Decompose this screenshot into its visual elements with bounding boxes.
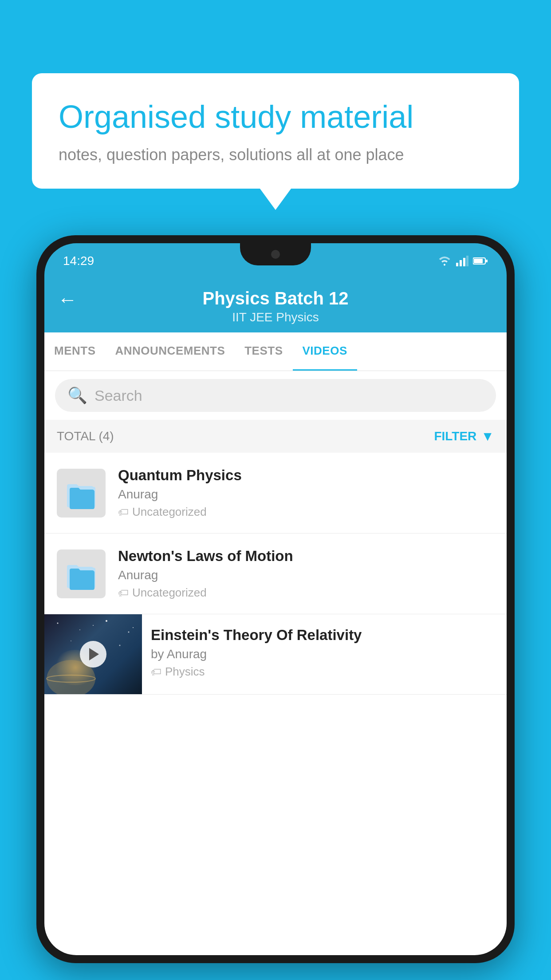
- header-subtitle: IIT JEE Physics: [232, 310, 319, 324]
- video-title: Einstein's Theory Of Relativity: [151, 627, 498, 644]
- video-author: Anurag: [118, 568, 494, 582]
- video-author: Anurag: [118, 487, 494, 502]
- signal-icon: [456, 256, 468, 266]
- tag-icon: 🏷: [118, 587, 129, 599]
- video-info: Quantum Physics Anurag 🏷 Uncategorized: [118, 467, 494, 519]
- play-button[interactable]: [80, 641, 106, 668]
- svg-rect-0: [456, 263, 458, 266]
- thumb-info: Einstein's Theory Of Relativity by Anura…: [142, 614, 507, 691]
- notch: [240, 243, 311, 265]
- tab-tests[interactable]: TESTS: [235, 332, 292, 371]
- tag-icon: 🏷: [118, 506, 129, 518]
- tag-label: Uncategorized: [132, 505, 207, 519]
- status-bar: 14:29: [44, 243, 507, 279]
- svg-point-11: [57, 623, 59, 624]
- folder-icon: [57, 549, 106, 598]
- filter-button[interactable]: FILTER ▼: [434, 429, 494, 444]
- video-title: Newton's Laws of Motion: [118, 548, 494, 565]
- search-bar: 🔍 Search: [44, 371, 507, 420]
- tag-icon: 🏷: [151, 666, 161, 678]
- hero-subtitle: notes, question papers, solutions all at…: [59, 146, 492, 164]
- list-item[interactable]: Einstein's Theory Of Relativity by Anura…: [44, 614, 507, 695]
- tabs-bar: MENTS ANNOUNCEMENTS TESTS VIDEOS: [44, 332, 507, 371]
- filter-funnel-icon: ▼: [481, 429, 494, 444]
- tab-videos[interactable]: VIDEOS: [293, 332, 357, 371]
- total-label: TOTAL (4): [57, 429, 114, 443]
- phone-outer: 14:29: [36, 235, 515, 963]
- wifi-icon: [437, 256, 452, 266]
- folder-svg: [63, 475, 99, 511]
- svg-point-17: [133, 627, 134, 628]
- phone-screen: ← Physics Batch 12 IIT JEE Physics MENTS…: [44, 279, 507, 955]
- svg-rect-2: [463, 258, 465, 266]
- video-list: Quantum Physics Anurag 🏷 Uncategorized: [44, 453, 507, 695]
- status-time: 14:29: [63, 254, 94, 268]
- search-placeholder: Search: [94, 387, 142, 404]
- tag-label: Uncategorized: [132, 586, 207, 600]
- svg-rect-1: [460, 260, 462, 266]
- tag-label: Physics: [165, 665, 205, 679]
- svg-rect-3: [466, 256, 468, 266]
- phone-wrapper: 14:29: [36, 235, 515, 980]
- filter-bar: TOTAL (4) FILTER ▼: [44, 420, 507, 453]
- back-button[interactable]: ←: [58, 288, 77, 311]
- app-header: ← Physics Batch 12 IIT JEE Physics: [44, 279, 507, 332]
- video-author: by Anurag: [151, 647, 498, 661]
- svg-point-14: [128, 632, 130, 633]
- video-tag: 🏷 Uncategorized: [118, 586, 494, 600]
- hero-title: Organised study material: [59, 98, 492, 136]
- video-info: Newton's Laws of Motion Anurag 🏷 Uncateg…: [118, 548, 494, 600]
- video-tag: 🏷 Uncategorized: [118, 505, 494, 519]
- svg-point-18: [93, 625, 94, 626]
- header-title: Physics Batch 12: [202, 288, 348, 308]
- status-icons: [437, 256, 488, 266]
- video-title: Quantum Physics: [118, 467, 494, 484]
- list-item[interactable]: Newton's Laws of Motion Anurag 🏷 Uncateg…: [44, 533, 507, 614]
- svg-rect-6: [474, 259, 483, 263]
- folder-svg-2: [63, 556, 99, 592]
- speech-bubble: Organised study material notes, question…: [32, 73, 519, 189]
- svg-point-12: [79, 629, 80, 630]
- svg-point-16: [119, 645, 121, 646]
- search-input-wrapper[interactable]: 🔍 Search: [55, 379, 496, 412]
- play-triangle-icon: [89, 648, 99, 660]
- svg-point-15: [71, 640, 71, 641]
- list-item[interactable]: Quantum Physics Anurag 🏷 Uncategorized: [44, 453, 507, 533]
- search-icon: 🔍: [67, 386, 87, 405]
- tab-announcements[interactable]: ANNOUNCEMENTS: [106, 332, 235, 371]
- folder-icon: [57, 469, 106, 518]
- battery-icon: [473, 257, 488, 265]
- tab-ments[interactable]: MENTS: [44, 332, 106, 371]
- video-tag: 🏷 Physics: [151, 665, 498, 679]
- video-thumbnail: [44, 614, 142, 694]
- camera-dot: [271, 250, 280, 259]
- svg-rect-5: [486, 260, 488, 262]
- svg-point-13: [106, 620, 107, 622]
